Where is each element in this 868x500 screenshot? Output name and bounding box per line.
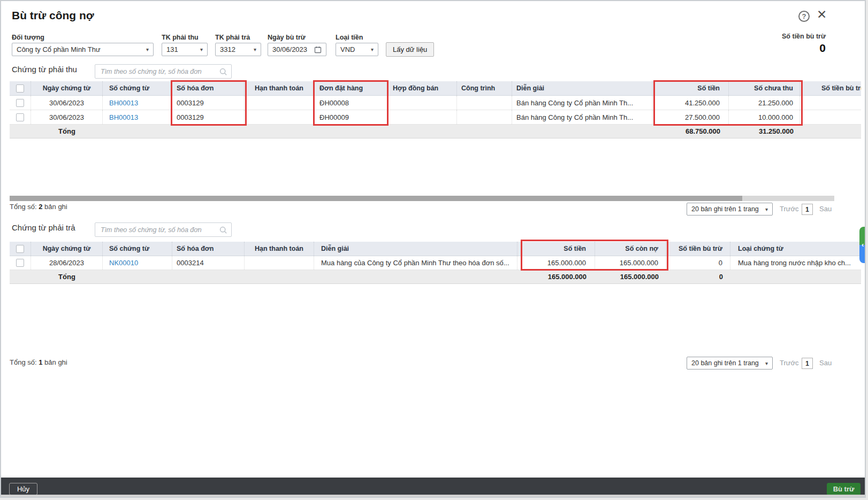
header-cell-doc-no[interactable]: Số chứng từ [103, 81, 172, 95]
cancel-button[interactable]: Hủy [9, 483, 37, 495]
table-row[interactable]: 28/06/2023 NK00010 0003214 Mua hàng của … [10, 256, 861, 270]
currency-select[interactable]: VND ▾ [336, 43, 378, 56]
close-icon[interactable]: ✕ [817, 7, 827, 22]
header-cell-order-no[interactable]: Đơn đặt hàng [314, 81, 387, 95]
payable-page-number[interactable]: 1 [802, 358, 813, 369]
cell-due-date [245, 96, 314, 110]
bottom-frame-strip [1, 495, 866, 497]
doc-no-link[interactable]: NK00010 [109, 259, 138, 267]
total-label: Tổng [31, 125, 103, 138]
total-remaining: 165.000.000 [595, 270, 666, 283]
totals-row: Tổng 68.750.000 31.250.000 [10, 125, 861, 139]
payable-account-label: TK phải trả [215, 34, 250, 41]
total-label: Tổng [31, 270, 103, 283]
cell-project [457, 96, 512, 110]
header-cell-doc-type[interactable]: Loại chứng từ [730, 242, 861, 256]
header-cell-date[interactable]: Ngày chứng từ [31, 242, 103, 256]
select-all-checkbox-cell [10, 242, 31, 256]
cell-due-date [245, 256, 314, 270]
offset-total-label: Số tiền bù trừ [782, 33, 826, 40]
chevron-down-icon: ▾ [146, 47, 149, 52]
header-cell-date[interactable]: Ngày chứng từ [31, 81, 103, 95]
header-cell-project[interactable]: Công trình [457, 81, 512, 95]
offset-submit-button[interactable]: Bù trừ [827, 483, 861, 495]
totals-row: Tổng 165.000.000 165.000.000 0 [10, 270, 861, 284]
payable-page-size-select[interactable]: 20 bản ghi trên 1 trang ▾ [687, 357, 773, 370]
help-icon[interactable]: ? [798, 11, 810, 22]
page-title: Bù trừ công nợ [12, 9, 94, 22]
payable-search [95, 222, 232, 237]
cell-amount: 27.500.000 [653, 110, 729, 124]
header-cell-sale-contract[interactable]: Hợp đồng bán [387, 81, 457, 95]
total-amount: 165.000.000 [517, 270, 595, 283]
header-cell-invoice-no[interactable]: Số hóa đơn [172, 81, 245, 95]
row-checkbox[interactable] [16, 259, 24, 267]
scrollbar-thumb[interactable] [10, 196, 742, 201]
chevron-down-icon: ▾ [254, 47, 256, 52]
payable-record-count: Tổng số: 1 bản ghi [10, 358, 67, 366]
row-checkbox[interactable] [16, 113, 24, 121]
table-row[interactable]: 30/06/2023 BH00013 0003129 ĐH00009 Bán h… [10, 110, 861, 125]
cell-order-no: ĐH00008 [314, 96, 387, 110]
total-uncollected: 31.250.000 [729, 125, 800, 138]
select-all-checkbox[interactable] [16, 84, 24, 93]
object-select[interactable]: Công ty Cổ phần Minh Thư ▾ [12, 43, 154, 56]
receivable-table-header: Ngày chứng từ Số chứng từ Số hóa đơn Hạn… [10, 81, 861, 96]
header-cell-amount[interactable]: Số tiền [653, 81, 729, 95]
receivable-prev-button[interactable]: Trước [780, 205, 799, 213]
cell-offset-amount [800, 96, 861, 110]
receivable-account-select[interactable]: 131 ▾ [162, 43, 208, 56]
receivable-page-number[interactable]: 1 [802, 204, 813, 215]
offset-date-input[interactable]: 30/06/2023 [268, 43, 326, 56]
payable-next-button[interactable]: Sau [819, 359, 832, 367]
cell-doc-type: Mua hàng trong nước nhập kho ch... [730, 256, 861, 270]
cell-uncollected: 21.250.000 [729, 96, 800, 110]
chevron-down-icon: ▾ [200, 47, 203, 52]
cell-uncollected: 10.000.000 [729, 110, 800, 124]
fetch-data-button[interactable]: Lấy dữ liệu [386, 42, 434, 57]
header-cell-due-date[interactable]: Hạn thanh toán [245, 81, 314, 95]
cell-date: 28/06/2023 [31, 256, 103, 270]
header-cell-remaining[interactable]: Số còn nợ [595, 242, 666, 256]
receivable-record-count: Tổng số: 2 bản ghi [10, 203, 67, 211]
header-cell-offset-amount[interactable]: Số tiền bù trừ [666, 242, 730, 256]
header-cell-amount[interactable]: Số tiền [517, 242, 595, 256]
payable-prev-button[interactable]: Trước [780, 359, 799, 367]
payable-account-select[interactable]: 3312 ▾ [215, 43, 261, 56]
receivable-next-button[interactable]: Sau [819, 205, 832, 213]
receivable-table: Ngày chứng từ Số chứng từ Số hóa đơn Hạn… [10, 81, 861, 139]
header-cell-due-date[interactable]: Hạn thanh toán [245, 242, 314, 256]
cell-order-no: ĐH00009 [314, 110, 387, 124]
header-cell-description[interactable]: Diễn giải [314, 242, 517, 256]
receivable-account-label: TK phải thu [162, 34, 199, 41]
header-cell-doc-no[interactable]: Số chứng từ [103, 242, 172, 256]
payable-search-input[interactable] [95, 223, 231, 236]
receivable-search-input[interactable] [95, 65, 231, 78]
header-cell-description[interactable]: Diễn giải [512, 81, 653, 95]
cell-amount: 165.000.000 [517, 256, 595, 270]
object-label: Đối tượng [12, 34, 44, 41]
search-icon [219, 68, 227, 76]
cell-date: 30/06/2023 [31, 96, 103, 110]
select-all-checkbox[interactable] [16, 245, 24, 253]
header-cell-offset-amount[interactable]: Số tiền bù trừ [800, 81, 861, 95]
table-row[interactable]: 30/06/2023 BH00013 0003129 ĐH00008 Bán h… [10, 96, 861, 110]
header-cell-uncollected[interactable]: Số chưa thu [729, 81, 800, 95]
debt-offset-dialog: Bù trừ công nợ ? ✕ Đối tượng TK phải thu… [0, 0, 866, 498]
header-cell-invoice-no[interactable]: Số hóa đơn [172, 242, 245, 256]
doc-no-link[interactable]: BH00013 [109, 113, 138, 121]
row-checkbox[interactable] [16, 99, 24, 107]
payable-table: Ngày chứng từ Số chứng từ Số hóa đơn Hạn… [10, 242, 861, 284]
doc-no-link[interactable]: BH00013 [109, 99, 138, 107]
search-icon [219, 226, 227, 234]
chevron-down-icon: ▾ [765, 360, 768, 366]
calendar-icon [314, 46, 322, 53]
receivable-page-size-select[interactable]: 20 bản ghi trên 1 trang ▾ [687, 203, 773, 216]
cell-due-date [245, 110, 314, 124]
payable-table-header: Ngày chứng từ Số chứng từ Số hóa đơn Hạn… [10, 242, 861, 256]
horizontal-scrollbar[interactable] [10, 196, 834, 201]
side-panel-toggle[interactable]: ‹ [859, 227, 866, 263]
currency-label: Loại tiền [336, 34, 363, 41]
chevron-down-icon: ▾ [765, 206, 768, 212]
cell-description: Mua hàng của Công ty Cổ phần Minh Thư th… [314, 256, 517, 270]
